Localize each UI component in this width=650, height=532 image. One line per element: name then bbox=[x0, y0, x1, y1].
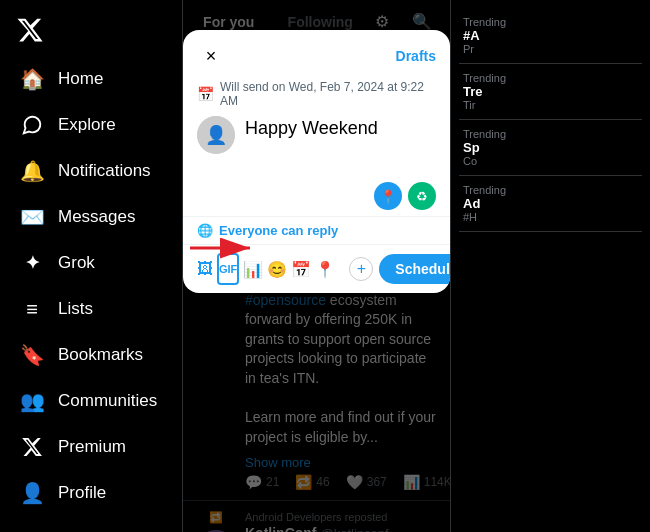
home-icon: 🏠 bbox=[20, 67, 44, 91]
sidebar-item-bookmarks-label: Bookmarks bbox=[58, 345, 143, 365]
x-logo[interactable] bbox=[0, 8, 182, 52]
calendar-icon: 📅 bbox=[197, 86, 214, 102]
trending-item-4[interactable]: Trending Ad #H bbox=[459, 176, 642, 232]
bookmarks-icon: 🔖 bbox=[20, 343, 44, 367]
gif-tool-icon[interactable]: GIF bbox=[217, 253, 239, 285]
modal-close-button[interactable]: × bbox=[197, 42, 225, 70]
permissions-label: Everyone can reply bbox=[219, 223, 338, 238]
tweet-compose-input[interactable]: Happy Weekend bbox=[245, 116, 436, 166]
sidebar-item-premium[interactable]: Premium bbox=[4, 425, 178, 469]
sidebar-item-notifications[interactable]: 🔔 Notifications bbox=[4, 149, 178, 193]
modal-user-avatar: 👤 bbox=[197, 116, 235, 154]
sidebar-item-messages[interactable]: ✉️ Messages bbox=[4, 195, 178, 239]
trending-item-2[interactable]: Trending Tre Tir bbox=[459, 64, 642, 120]
schedule-button[interactable]: Schedule bbox=[379, 254, 450, 284]
right-column: Trending #A Pr Trending Tre Tir Trending… bbox=[450, 0, 650, 532]
app-container: 🏠 Home Explore 🔔 Notifications ✉️ Messag… bbox=[0, 0, 650, 532]
recycling-icon-green[interactable]: ♻ bbox=[408, 182, 436, 210]
modal-drafts-button[interactable]: Drafts bbox=[396, 48, 436, 64]
grok-icon: ✦ bbox=[20, 251, 44, 275]
notifications-icon: 🔔 bbox=[20, 159, 44, 183]
lists-icon: ≡ bbox=[20, 297, 44, 321]
x-logo-icon bbox=[16, 16, 44, 44]
sidebar-item-grok[interactable]: ✦ Grok bbox=[4, 241, 178, 285]
premium-icon bbox=[20, 435, 44, 459]
more-icon: ··· bbox=[20, 527, 44, 532]
communities-icon: 👥 bbox=[20, 389, 44, 413]
sidebar-item-communities-label: Communities bbox=[58, 391, 157, 411]
sidebar-item-more[interactable]: ··· More bbox=[4, 517, 178, 532]
emoji-tool-icon[interactable]: 😊 bbox=[267, 253, 287, 285]
schedule-tool-icon[interactable]: 📅 bbox=[291, 253, 311, 285]
sidebar-item-home-label: Home bbox=[58, 69, 103, 89]
profile-icon: 👤 bbox=[20, 481, 44, 505]
trending-item-1[interactable]: Trending #A Pr bbox=[459, 8, 642, 64]
compose-modal: × Drafts 📅 Will send on Wed, Feb 7, 2024… bbox=[183, 30, 450, 293]
main-content: For you Following ⚙ 🔍 🪟 Microsoft ✓ bbox=[182, 0, 450, 532]
sidebar-item-lists[interactable]: ≡ Lists bbox=[4, 287, 178, 331]
sidebar-item-explore[interactable]: Explore bbox=[4, 103, 178, 147]
modal-header: × Drafts bbox=[183, 30, 450, 76]
modal-toolbar: 🖼 GIF 📊 😊 📅 📍 + Schedule bbox=[183, 245, 450, 293]
sidebar-item-bookmarks[interactable]: 🔖 Bookmarks bbox=[4, 333, 178, 377]
explore-icon bbox=[20, 113, 44, 137]
messages-icon: ✉️ bbox=[20, 205, 44, 229]
schedule-info-text: Will send on Wed, Feb 7, 2024 at 9:22 AM bbox=[220, 80, 436, 108]
image-tool-icon[interactable]: 🖼 bbox=[197, 253, 213, 285]
poll-tool-icon[interactable]: 📊 bbox=[243, 253, 263, 285]
sidebar-item-messages-label: Messages bbox=[58, 207, 135, 227]
modal-body: 👤 Happy Weekend bbox=[183, 116, 450, 178]
modal-icons-right: 📍 ♻ bbox=[183, 178, 450, 216]
globe-icon: 🌐 bbox=[197, 223, 213, 238]
sidebar-item-premium-label: Premium bbox=[58, 437, 126, 457]
sidebar-item-home[interactable]: 🏠 Home bbox=[4, 57, 178, 101]
add-tweet-button[interactable]: + bbox=[349, 257, 373, 281]
location-icon-blue[interactable]: 📍 bbox=[374, 182, 402, 210]
modal-input-area: Happy Weekend bbox=[245, 116, 436, 170]
sidebar-item-communities[interactable]: 👥 Communities bbox=[4, 379, 178, 423]
sidebar-item-explore-label: Explore bbox=[58, 115, 116, 135]
sidebar-item-lists-label: Lists bbox=[58, 299, 93, 319]
schedule-info: 📅 Will send on Wed, Feb 7, 2024 at 9:22 … bbox=[183, 76, 450, 116]
sidebar-item-profile[interactable]: 👤 Profile bbox=[4, 471, 178, 515]
trending-item-3[interactable]: Trending Sp Co bbox=[459, 120, 642, 176]
compose-modal-overlay: × Drafts 📅 Will send on Wed, Feb 7, 2024… bbox=[183, 0, 450, 532]
sidebar: 🏠 Home Explore 🔔 Notifications ✉️ Messag… bbox=[0, 0, 182, 532]
sidebar-item-profile-label: Profile bbox=[58, 483, 106, 503]
modal-permissions[interactable]: 🌐 Everyone can reply bbox=[183, 216, 450, 245]
location-tool-icon[interactable]: 📍 bbox=[315, 253, 335, 285]
sidebar-item-notifications-label: Notifications bbox=[58, 161, 151, 181]
sidebar-item-grok-label: Grok bbox=[58, 253, 95, 273]
